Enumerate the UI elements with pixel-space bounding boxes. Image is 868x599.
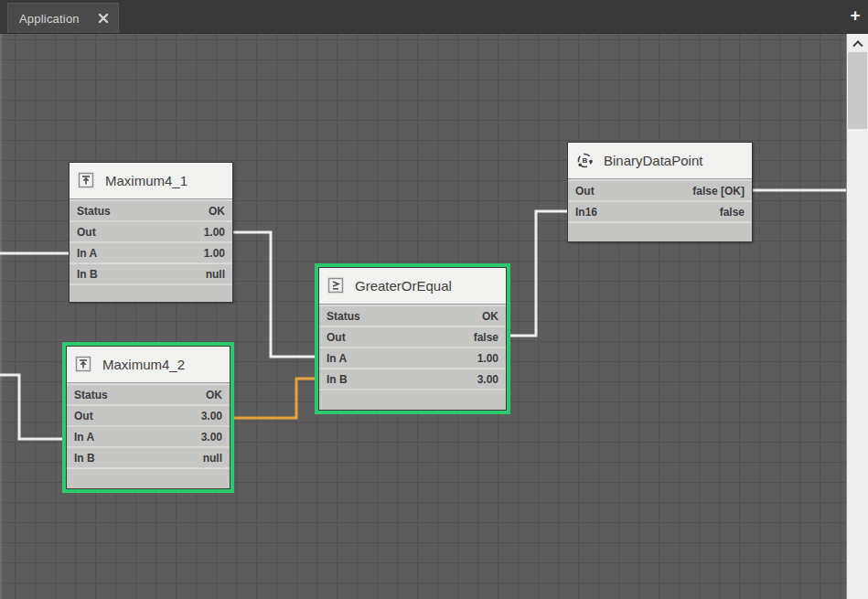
wire-left-to-maximum4_2-inA[interactable]	[0, 375, 67, 439]
block-header: GreaterOrEqual	[319, 268, 506, 305]
scroll-up-button[interactable]	[847, 34, 868, 52]
block-slot-out[interactable]: Out 1.00	[70, 222, 232, 241]
block-slot-out[interactable]: Out 3.00	[67, 406, 230, 425]
block-footer	[568, 223, 752, 241]
wire-maximum4_2-out-to-greaterorequal-inB[interactable]	[233, 379, 319, 418]
svg-text:B: B	[583, 156, 588, 165]
greater-or-equal-icon	[327, 277, 345, 294]
slot-value: 1.00	[204, 226, 225, 239]
wire-sheet-canvas[interactable]: Maximum4_1 Status OK Out 1.00 In A 1.00 …	[0, 34, 868, 599]
slot-value: 1.00	[477, 352, 498, 365]
block-slot-inA[interactable]: In A 1.00	[319, 348, 506, 368]
slot-label: In A	[327, 352, 347, 365]
slot-value: null	[203, 452, 222, 465]
tab-label: Application	[19, 12, 80, 26]
function-block-binarydatapoint[interactable]: B BinaryDataPoint Out false [OK] In16 fa…	[567, 142, 753, 242]
block-header: B BinaryDataPoint	[568, 143, 752, 179]
slot-label: In A	[74, 431, 94, 444]
block-slot-out[interactable]: Out false	[319, 327, 506, 347]
slot-label: In B	[327, 373, 348, 386]
block-header: Maximum4_2	[67, 347, 230, 383]
binary-data-point-icon: B	[576, 152, 594, 169]
slot-label: Status	[74, 389, 108, 401]
close-icon[interactable]	[98, 13, 109, 24]
slot-value: 3.00	[201, 431, 222, 444]
chevron-up-icon	[852, 40, 863, 50]
slot-label: Out	[327, 331, 346, 344]
slot-value: 3.00	[477, 373, 498, 386]
function-block-maximum4_1[interactable]: Maximum4_1 Status OK Out 1.00 In A 1.00 …	[69, 162, 233, 303]
function-block-maximum4_2[interactable]: Maximum4_2 Status OK Out 3.00 In A 3.00 …	[66, 346, 230, 489]
slot-label: In16	[575, 206, 597, 219]
slot-label: Out	[77, 226, 96, 239]
slot-value: 3.00	[201, 410, 222, 423]
block-title: GreaterOrEqual	[355, 278, 452, 294]
slot-label: In A	[77, 247, 97, 260]
scrollbar-thumb[interactable]	[848, 52, 867, 129]
slot-label: In B	[74, 452, 95, 465]
slot-value: OK	[206, 389, 222, 401]
block-slot-inB[interactable]: In B null	[70, 264, 232, 283]
block-footer	[70, 285, 232, 302]
block-slot-inB[interactable]: In B 3.00	[319, 369, 506, 389]
wire-greaterorequal-out-to-binarydatapoint-in16[interactable]	[505, 211, 568, 336]
slot-value: false [OK]	[692, 185, 745, 198]
maximum-icon	[75, 356, 92, 373]
slot-label: Status	[327, 310, 360, 323]
slot-value: 1.00	[204, 247, 225, 260]
wire-maximum4_1-out-to-greaterorequal-inA[interactable]	[232, 232, 319, 357]
block-header: Maximum4_1	[70, 163, 232, 199]
block-footer	[67, 469, 230, 488]
tab-application[interactable]: Application	[7, 3, 119, 33]
block-slot-out[interactable]: Out false [OK]	[568, 181, 752, 200]
block-slot-inB[interactable]: In B null	[67, 448, 230, 467]
block-title: Maximum4_1	[105, 173, 188, 188]
function-block-greaterorequal[interactable]: GreaterOrEqual Status OK Out false In A …	[318, 267, 507, 411]
slot-value: false	[720, 206, 745, 219]
slot-label: In B	[77, 268, 98, 281]
add-tab-button[interactable]: +	[846, 6, 864, 25]
tab-bar: Application +	[0, 0, 868, 34]
block-slot-inA[interactable]: In A 1.00	[70, 243, 232, 262]
block-slot-in16[interactable]: In16 false	[568, 202, 752, 221]
slot-value: false	[474, 331, 498, 344]
block-title: BinaryDataPoint	[604, 153, 702, 168]
slot-label: Status	[77, 205, 111, 218]
block-footer	[319, 390, 506, 410]
vertical-scrollbar[interactable]	[846, 34, 868, 599]
block-slot-status[interactable]: Status OK	[67, 385, 230, 404]
slot-value: null	[206, 268, 225, 281]
block-slot-status[interactable]: Status OK	[319, 306, 506, 326]
maximum-icon	[78, 172, 95, 189]
slot-value: OK	[482, 310, 498, 323]
block-slot-status[interactable]: Status OK	[70, 201, 232, 220]
slot-value: OK	[209, 205, 225, 218]
block-title: Maximum4_2	[102, 357, 185, 372]
block-slot-inA[interactable]: In A 3.00	[67, 427, 230, 446]
slot-label: Out	[74, 410, 93, 423]
slot-label: Out	[575, 185, 595, 198]
